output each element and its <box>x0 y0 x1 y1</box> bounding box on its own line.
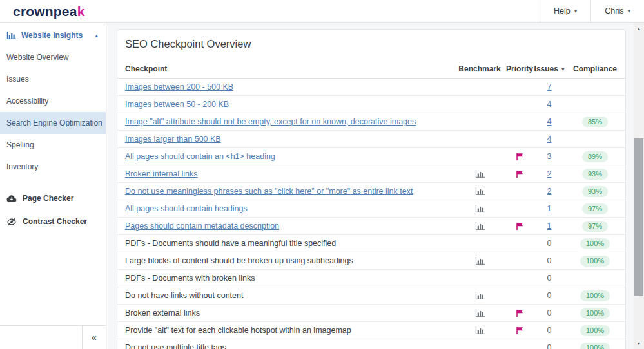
checkpoint-link[interactable]: All pages should contain headings <box>125 204 248 213</box>
table-row: PDFs - Documents with broken links 0 <box>117 270 625 287</box>
bar-chart-icon <box>6 32 16 40</box>
benchmark-chart-icon <box>454 309 505 317</box>
checkpoint-link[interactable]: Images between 200 - 500 KB <box>125 82 233 91</box>
sidebar-item[interactable]: Issues <box>0 68 106 90</box>
table-row: Do not use meaningless phrases such as "… <box>117 183 625 200</box>
issues-count: 0 <box>547 343 552 349</box>
table-row: All pages should contain an <h1> heading… <box>117 148 625 165</box>
header-checkpoint: Checkpoint <box>125 64 454 73</box>
benchmark-chart-icon <box>454 222 505 231</box>
vertical-scrollbar[interactable]: ▲ ▼ <box>634 23 644 349</box>
sidebar-item-contrast-checker[interactable]: Contrast Checker <box>0 210 106 233</box>
table-row: Images between 200 - 500 KB 7 <box>117 79 625 96</box>
benchmark-chart-icon <box>454 170 505 178</box>
compliance-badge: 93% <box>582 186 608 197</box>
seo-checkpoint-card: SEO Checkpoint Overview Checkpoint Bench… <box>117 29 626 349</box>
chevron-down-icon: ▾ <box>627 8 630 14</box>
header-issues-label: Issues <box>534 64 558 73</box>
help-menu[interactable]: Help ▾ <box>540 0 590 22</box>
issues-count[interactable]: 1 <box>547 222 552 231</box>
table-row: Images between 50 - 200 KB 4 <box>117 96 625 113</box>
issues-count[interactable]: 4 <box>547 117 552 126</box>
header-benchmark: Benchmark <box>454 64 505 73</box>
compliance-badge: 100% <box>580 238 610 249</box>
main-content: SEO Checkpoint Overview Checkpoint Bench… <box>106 23 644 349</box>
user-menu[interactable]: Chris ▾ <box>590 0 644 22</box>
priority-flag-icon <box>505 170 534 178</box>
priority-flag-icon <box>505 153 534 161</box>
seo-abbr: SEO <box>125 38 148 50</box>
checkpoint-link: Broken external links <box>125 308 200 317</box>
priority-flag-icon <box>505 309 534 317</box>
sidebar-tools: Page Checker Contrast Checker <box>0 187 106 233</box>
sidebar-item[interactable]: Search Engine Optimization <box>0 112 106 134</box>
table-row: Images larger than 500 KB 4 <box>117 131 625 148</box>
checkpoint-link: Provide "alt" text for each clickable ho… <box>125 326 351 335</box>
checkpoint-link[interactable]: Image "alt" attribute should not be empt… <box>125 117 416 126</box>
issues-count[interactable]: 4 <box>547 100 552 109</box>
sidebar-collapse-button[interactable]: « <box>82 326 106 349</box>
checkpoint-table: Images between 200 - 500 KB 7 Images bet… <box>117 79 625 349</box>
page-title-rest: Checkpoint Overview <box>148 38 251 50</box>
checkpoint-link[interactable]: Broken internal links <box>125 169 198 178</box>
table-row: Provide "alt" text for each clickable ho… <box>117 322 625 339</box>
sidebar-item[interactable]: Spelling <box>0 134 106 156</box>
issues-count: 0 <box>547 291 552 300</box>
sidebar: Website Insights ▴ Website OverviewIssue… <box>0 23 106 349</box>
cloud-download-icon <box>6 194 17 203</box>
sort-caret-icon: ▾ <box>561 66 565 72</box>
compliance-badge: 97% <box>582 221 608 232</box>
issues-count[interactable]: 7 <box>547 82 552 91</box>
priority-flag-icon <box>505 222 534 231</box>
table-row: Broken external links 0 100% <box>117 305 625 322</box>
checkpoint-link[interactable]: Images between 50 - 200 KB <box>125 100 229 109</box>
app-body: Website Insights ▴ Website OverviewIssue… <box>0 23 644 349</box>
sidebar-item[interactable]: Inventory <box>0 156 106 178</box>
issues-count[interactable]: 2 <box>547 187 552 196</box>
header-priority: Priority <box>505 64 534 73</box>
sidebar-nav: Website OverviewIssuesAccessibilitySearc… <box>0 46 106 178</box>
table-row: Image "alt" attribute should not be empt… <box>117 113 625 131</box>
benchmark-chart-icon <box>454 205 505 213</box>
issues-count[interactable]: 4 <box>547 135 552 144</box>
compliance-badge: 100% <box>580 256 610 267</box>
issues-count[interactable]: 2 <box>547 169 552 178</box>
checkpoint-link: PDFs - Documents should have a meaningfu… <box>125 239 336 248</box>
crownpeak-logo: crownpeak <box>13 0 85 23</box>
scroll-up-arrow-icon[interactable]: ▲ <box>634 24 644 33</box>
benchmark-chart-icon <box>454 257 505 265</box>
logo-text: crownpea <box>13 4 77 19</box>
table-row: All pages should contain headings 1 97% <box>117 200 625 218</box>
header-compliance: Compliance <box>565 64 625 73</box>
sidebar-item[interactable]: Website Overview <box>0 46 106 68</box>
issues-count: 0 <box>547 274 552 283</box>
compliance-badge: 100% <box>580 290 610 301</box>
top-bar: crownpeak Help ▾ Chris ▾ <box>0 0 644 23</box>
checkpoint-link[interactable]: Images larger than 500 KB <box>125 135 221 144</box>
scrollbar-thumb[interactable] <box>634 138 643 296</box>
header-issues-sort[interactable]: Issues ▾ <box>534 64 565 73</box>
help-menu-label: Help <box>554 6 571 15</box>
checkpoint-link: Do not have links without content <box>125 291 243 300</box>
sidebar-item-page-checker[interactable]: Page Checker <box>0 187 106 210</box>
topbar-menus: Help ▾ Chris ▾ <box>540 0 644 22</box>
sidebar-item[interactable]: Accessibility <box>0 90 106 112</box>
table-row: PDFs - Documents should have a meaningfu… <box>117 235 625 252</box>
checkpoint-link[interactable]: Pages should contain metadata descriptio… <box>125 222 279 231</box>
compliance-badge: 100% <box>580 325 610 336</box>
sidebar-section-website-insights[interactable]: Website Insights ▴ <box>0 23 106 46</box>
benchmark-chart-icon <box>454 292 505 300</box>
checkpoint-link[interactable]: All pages should contain an <h1> heading <box>125 152 275 161</box>
logo-accent: k <box>77 4 85 19</box>
issues-count[interactable]: 1 <box>547 204 552 213</box>
sidebar-footer: « <box>0 325 106 349</box>
table-row: Do not use multiple title tags 0 100% <box>117 339 625 349</box>
chevron-up-icon: ▴ <box>95 33 98 39</box>
issues-count[interactable]: 3 <box>547 152 552 161</box>
page-title: SEO Checkpoint Overview <box>125 38 625 50</box>
checkpoint-link[interactable]: Do not use meaningless phrases such as "… <box>125 187 413 196</box>
scroll-down-arrow-icon[interactable]: ▼ <box>634 339 644 348</box>
issues-count: 0 <box>547 308 552 317</box>
checkpoint-link: PDFs - Documents with broken links <box>125 274 255 283</box>
compliance-badge: 93% <box>582 169 608 180</box>
